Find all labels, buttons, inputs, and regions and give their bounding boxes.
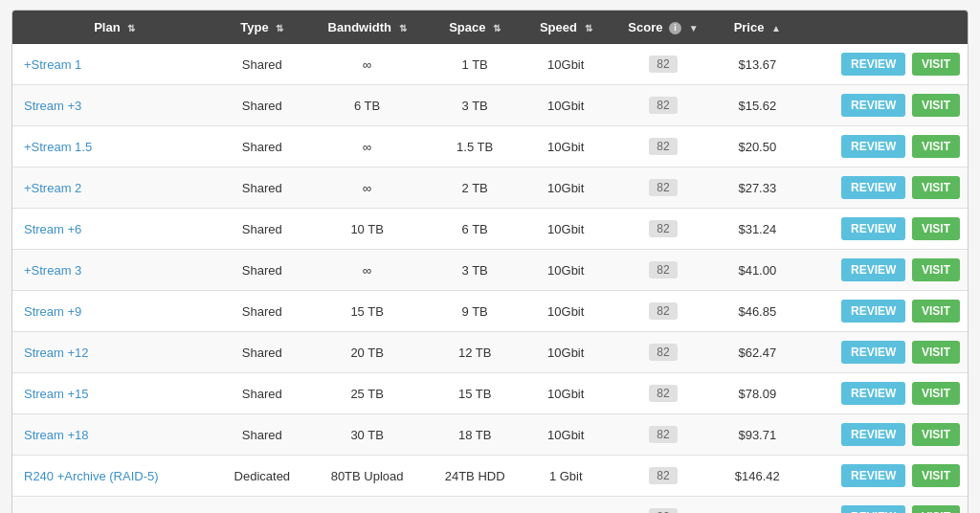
- plan-link[interactable]: +Stream 1: [24, 57, 81, 72]
- cell-plan: +Stream 3: [12, 250, 216, 291]
- cell-type: Dedicated: [216, 497, 307, 513]
- cell-price: $20.50: [718, 126, 797, 167]
- cell-price: $27.33: [718, 167, 797, 209]
- plan-link[interactable]: +Stream 2: [24, 181, 81, 195]
- visit-button[interactable]: VISIT: [912, 53, 960, 76]
- cell-score: 82: [609, 85, 718, 126]
- cell-actions: REVIEW VISIT: [797, 44, 968, 85]
- visit-button[interactable]: VISIT: [912, 300, 960, 323]
- cell-actions: REVIEW VISIT: [797, 497, 968, 513]
- plan-link[interactable]: Stream +3: [24, 99, 81, 113]
- cell-type: Shared: [216, 85, 307, 126]
- col-speed[interactable]: Speed ⇅: [523, 11, 609, 44]
- score-badge: 82: [649, 138, 677, 155]
- cell-bandwidth: 30 TB: [307, 414, 427, 456]
- review-button[interactable]: REVIEW: [841, 382, 905, 405]
- visit-button[interactable]: VISIT: [912, 176, 960, 199]
- cell-speed: 10Gbit: [523, 291, 609, 332]
- cell-actions: REVIEW VISIT: [797, 456, 968, 497]
- cell-space: 3 TB: [427, 250, 523, 291]
- cell-plan: Stream +18: [12, 414, 216, 456]
- cell-actions: REVIEW VISIT: [797, 126, 968, 167]
- cell-score: 82: [609, 456, 718, 497]
- review-button[interactable]: REVIEW: [841, 135, 905, 158]
- cell-bandwidth: 15 TB: [307, 291, 427, 332]
- review-button[interactable]: REVIEW: [841, 94, 905, 117]
- col-bandwidth[interactable]: Bandwidth ⇅: [307, 11, 427, 44]
- cell-speed: 1 Gbit: [523, 497, 609, 513]
- plan-link[interactable]: R240 +Archive (RAID-5): [24, 469, 159, 483]
- score-badge: 82: [649, 344, 677, 361]
- cell-space: 15 TB: [427, 373, 523, 414]
- col-type[interactable]: Type ⇅: [216, 11, 307, 44]
- cell-actions: REVIEW VISIT: [797, 85, 968, 126]
- col-plan[interactable]: Plan ⇅: [12, 11, 216, 44]
- cell-price: $146.42: [718, 456, 797, 497]
- cell-bandwidth: ∞: [307, 250, 427, 291]
- review-button[interactable]: REVIEW: [841, 217, 905, 240]
- cell-bandwidth: ∞: [307, 167, 427, 209]
- review-button[interactable]: REVIEW: [841, 300, 905, 323]
- col-space[interactable]: Space ⇅: [427, 11, 523, 44]
- cell-speed: 10Gbit: [523, 85, 609, 126]
- cell-space: 2 TB: [427, 167, 523, 209]
- sort-icon-type: ⇅: [276, 23, 283, 33]
- review-button[interactable]: REVIEW: [841, 464, 905, 487]
- col-score[interactable]: Score i ▼: [609, 11, 718, 44]
- plan-link[interactable]: Stream +12: [24, 346, 89, 360]
- cell-actions: REVIEW VISIT: [797, 332, 968, 373]
- cell-space: 32TB HDD: [427, 497, 523, 513]
- plan-link[interactable]: Stream +18: [24, 428, 89, 442]
- cell-space: 1 TB: [427, 44, 523, 85]
- score-badge: 82: [649, 220, 677, 237]
- cell-type: Shared: [216, 126, 307, 167]
- plan-link[interactable]: Stream +6: [24, 222, 81, 236]
- visit-button[interactable]: VISIT: [912, 135, 960, 158]
- table-header-row: Plan ⇅ Type ⇅ Bandwidth ⇅ Space ⇅ Speed: [12, 11, 968, 44]
- visit-button[interactable]: VISIT: [912, 258, 960, 281]
- cell-actions: REVIEW VISIT: [797, 414, 968, 456]
- visit-button[interactable]: VISIT: [912, 382, 960, 405]
- score-badge: 82: [649, 426, 677, 443]
- cell-speed: 10Gbit: [523, 414, 609, 456]
- sort-icon-plan: ⇅: [127, 23, 135, 33]
- review-button[interactable]: REVIEW: [841, 505, 905, 513]
- cell-bandwidth: 80TB Upload: [307, 456, 427, 497]
- visit-button[interactable]: VISIT: [912, 341, 960, 364]
- cell-plan: Stream +3: [12, 85, 216, 126]
- score-badge: 82: [649, 385, 677, 402]
- visit-button[interactable]: VISIT: [912, 94, 960, 117]
- score-badge: 82: [649, 179, 677, 196]
- review-button[interactable]: REVIEW: [841, 341, 905, 364]
- cell-bandwidth: 10 TB: [307, 209, 427, 250]
- plan-link[interactable]: R240 +Archive (RAID-0): [24, 510, 159, 513]
- score-badge: 82: [649, 56, 677, 73]
- cell-bandwidth: 6 TB: [307, 85, 427, 126]
- cell-score: 82: [609, 44, 718, 85]
- review-button[interactable]: REVIEW: [841, 423, 905, 446]
- cell-plan: +Stream 1: [12, 44, 216, 85]
- cell-bandwidth: 20 TB: [307, 332, 427, 373]
- visit-button[interactable]: VISIT: [912, 217, 960, 240]
- col-price[interactable]: Price ▲: [718, 11, 797, 44]
- visit-button[interactable]: VISIT: [912, 505, 960, 513]
- table-row: Stream +15 Shared 25 TB 15 TB 10Gbit 82 …: [12, 373, 968, 414]
- cell-space: 6 TB: [427, 209, 523, 250]
- table-row: Stream +12 Shared 20 TB 12 TB 10Gbit 82 …: [12, 332, 968, 373]
- review-button[interactable]: REVIEW: [841, 176, 905, 199]
- visit-button[interactable]: VISIT: [912, 423, 960, 446]
- cell-score: 82: [609, 250, 718, 291]
- cell-bandwidth: ∞: [307, 44, 427, 85]
- plan-link[interactable]: +Stream 3: [24, 263, 81, 278]
- plan-link[interactable]: +Stream 1.5: [24, 140, 92, 154]
- plan-link[interactable]: Stream +9: [24, 304, 81, 319]
- cell-price: $31.24: [718, 209, 797, 250]
- visit-button[interactable]: VISIT: [912, 464, 960, 487]
- cell-speed: 10Gbit: [523, 250, 609, 291]
- review-button[interactable]: REVIEW: [841, 53, 905, 76]
- plan-link[interactable]: Stream +15: [24, 387, 89, 401]
- cell-actions: REVIEW VISIT: [797, 167, 968, 209]
- cell-space: 1.5 TB: [427, 126, 523, 167]
- review-button[interactable]: REVIEW: [841, 258, 905, 281]
- sort-icon-speed: ⇅: [585, 23, 592, 33]
